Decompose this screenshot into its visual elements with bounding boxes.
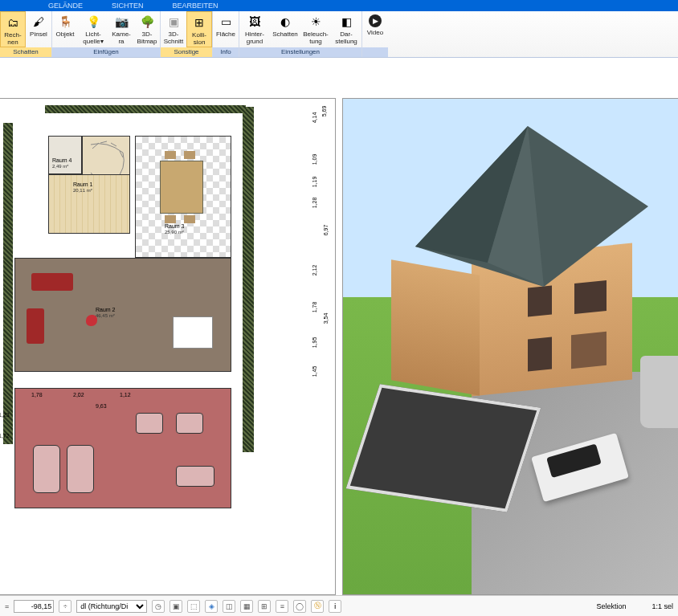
room-2: Raum 246,45 m² <box>14 258 231 372</box>
ribbon: 🗂Rech-nen 🖌Pinsel Schatten 🪑Objekt 💡Lich… <box>0 11 678 58</box>
group-einstellungen: 🖼Hinter-grund ◐Schatten ☀Beleuch-tung ◧D… <box>239 11 362 57</box>
rechnen-button[interactable]: 🗂Rech-nen <box>0 11 26 47</box>
kollision-button[interactable]: ⊞Kolli-sion <box>186 11 212 47</box>
sofa <box>27 308 44 344</box>
layer-icon[interactable]: ◈ <box>205 600 218 613</box>
beleuchtung-button[interactable]: ☀Beleuch-tung <box>300 11 331 47</box>
hintergrund-button[interactable]: 🖼Hinter-grund <box>239 11 270 47</box>
pinsel-button[interactable]: 🖌Pinsel <box>26 11 51 47</box>
clock-icon[interactable]: ◷ <box>152 600 165 613</box>
collision-icon: ⊞ <box>192 15 206 30</box>
stack-icon[interactable]: ≡ <box>276 600 288 613</box>
rug <box>86 315 97 326</box>
status-bar: = ÷ dl (Richtung/Di ◷ ▣ ⬚ ◈ ◫ ▦ ⊞ ≡ ◯ Ⓝ … <box>0 595 678 616</box>
dim-label: 1,72 <box>0 433 10 439</box>
mode-select[interactable]: dl (Richtung/Di <box>76 600 147 613</box>
display-icon: ◧ <box>339 14 353 29</box>
group-sonstige: ▣3D-Schnitt ⊞Kolli-sion Sonstige <box>161 11 213 57</box>
toggle-1-icon[interactable]: ▣ <box>170 600 182 613</box>
lighting-icon: ☀ <box>308 14 323 29</box>
group-caption: Einfügen <box>52 47 160 57</box>
dim-label: 1,12 <box>120 392 131 398</box>
dim-label: 2,02 <box>73 392 84 398</box>
garage-roof <box>346 384 541 512</box>
garage: 1,78 2,02 1,12 9,63 <box>14 388 231 508</box>
dim-label: 1,23 <box>0 412 10 418</box>
group-info: ▭Fläche Info <box>213 11 239 57</box>
chair <box>184 151 195 159</box>
camera-icon: 📷 <box>114 14 129 29</box>
svg-line-1 <box>100 141 107 143</box>
scale-label: 1:1 sel <box>651 602 673 610</box>
lichtquelle-button[interactable]: 💡Licht-quelle▾ <box>78 11 108 47</box>
spinner-button[interactable]: ÷ <box>59 600 71 613</box>
chair-icon: 🪑 <box>58 14 72 29</box>
chair <box>165 151 176 159</box>
car-outline <box>33 445 60 493</box>
room-4: Raum 42,49 m² <box>48 136 82 174</box>
info-icon[interactable]: i <box>329 600 341 613</box>
flaeche-button[interactable]: ▭Fläche <box>213 11 239 47</box>
svg-line-2 <box>111 143 116 146</box>
dim-label: 4,14 <box>312 112 318 124</box>
group-caption <box>362 47 388 57</box>
car-silver <box>640 356 678 428</box>
coord-input[interactable] <box>14 600 54 613</box>
group-video: ▶Video <box>362 11 388 57</box>
car-outline <box>136 413 163 434</box>
dim-label: 6,97 <box>324 225 329 236</box>
bitmap-button[interactable]: 🌳3D-Bitmap <box>134 11 160 47</box>
selektion-label: Selektion <box>596 602 626 610</box>
play-icon: ▶ <box>369 14 382 27</box>
dim-label: 1,28 <box>312 198 318 209</box>
room-1: Raum 120,11 m² <box>48 174 130 234</box>
schatten-settings-button[interactable]: ◐Schatten <box>270 11 300 47</box>
dim-label: 9,63 <box>96 403 107 409</box>
shape-icon[interactable]: ◯ <box>293 600 306 613</box>
dim-label: 1,45 <box>312 366 318 377</box>
dim-label: 1,09 <box>312 154 318 165</box>
hedge-left <box>3 123 13 444</box>
group-caption: Info <box>213 47 239 57</box>
floorplan-view[interactable]: 5,69 4,14 1,09 1,19 1,28 6,97 2,12 3,54 … <box>0 98 336 595</box>
3d-view[interactable] <box>342 98 678 595</box>
objekt-button[interactable]: 🪑Objekt <box>52 11 78 47</box>
tab-sichten[interactable]: SICHTEN <box>112 2 144 10</box>
window <box>528 337 552 371</box>
group-caption: Schatten <box>0 47 51 57</box>
toggle-2-icon[interactable]: ⬚ <box>187 600 200 613</box>
ribbon-tabs: GELÄNDE SICHTEN BEARBEITEN <box>0 0 678 11</box>
dim-label: 5,69 <box>322 106 328 117</box>
north-icon[interactable]: Ⓝ <box>311 600 324 613</box>
cube-icon[interactable]: ◫ <box>223 600 235 613</box>
tab-gelaende[interactable]: GELÄNDE <box>48 2 83 10</box>
cut-icon: ▣ <box>166 14 181 29</box>
transparency-icon[interactable]: ▦ <box>240 600 253 613</box>
group-schatten: 🗂Rech-nen 🖌Pinsel Schatten <box>0 11 52 57</box>
car-outline <box>176 466 214 487</box>
dim-label: 1,19 <box>312 177 318 188</box>
video-button[interactable]: ▶Video <box>362 11 388 47</box>
car-outline <box>67 445 94 493</box>
dim-label: 3,54 <box>324 313 329 324</box>
calc-icon: 🗂 <box>6 15 20 30</box>
group-caption: Sonstige <box>161 47 212 57</box>
bulb-icon: 💡 <box>86 14 100 29</box>
tree-icon: 🌳 <box>140 14 154 29</box>
darstellung-button[interactable]: ◧Dar-stellung <box>331 11 361 47</box>
background-icon: 🖼 <box>247 14 262 29</box>
hedge-top <box>45 105 246 113</box>
grid-icon[interactable]: ⊞ <box>258 600 271 613</box>
car-outline <box>176 413 203 434</box>
window <box>571 332 607 369</box>
house-roof <box>367 118 664 295</box>
dim-label: 1,78 <box>31 392 43 398</box>
dim-label: 2,12 <box>312 265 318 276</box>
kamera-button[interactable]: 📷Kame-ra <box>108 11 134 47</box>
dim-label: 1,78 <box>312 302 318 313</box>
chair <box>165 215 176 223</box>
dim-label: 1,95 <box>312 337 318 349</box>
shadow-icon: ◐ <box>278 14 292 29</box>
tab-bearbeiten[interactable]: BEARBEITEN <box>173 2 219 10</box>
schnitt-button[interactable]: ▣3D-Schnitt <box>161 11 186 47</box>
